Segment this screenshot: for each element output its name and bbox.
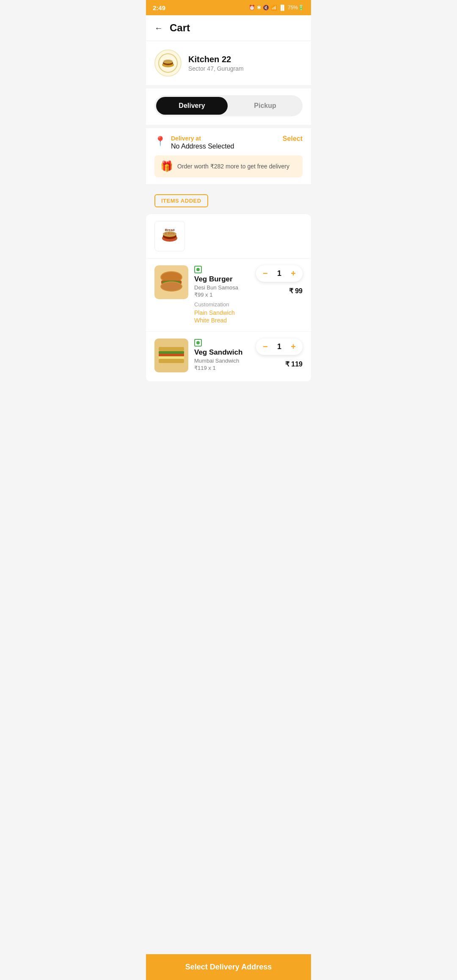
svg-rect-20	[159, 347, 184, 351]
item-price-qty: ₹99 x 1	[194, 292, 250, 298]
item-name: Veg Sandwich	[194, 348, 250, 357]
cart-card-logo: Bread & Buns	[146, 214, 311, 259]
item-details: Veg Burger Desi Bun Samosa ₹99 x 1 Custo…	[194, 265, 250, 325]
svg-text:& Buns: & Buns	[165, 232, 175, 235]
item-total-price: ₹ 99	[289, 287, 303, 295]
bluetooth-icon: ✱	[257, 5, 261, 11]
toggle-section: Delivery Pickup	[146, 88, 311, 128]
item-price-qty: ₹119 x 1	[194, 365, 250, 371]
cart-item: Veg Burger Desi Bun Samosa ₹99 x 1 Custo…	[146, 259, 311, 332]
restaurant-details: Kitchen 22 Sector 47, Gurugram	[188, 55, 244, 72]
veg-dot	[196, 268, 200, 271]
status-icons: ⏰ ✱ 🔇 📶 ▐▌ 75%🔋	[249, 5, 304, 11]
free-delivery-banner: 🎁 Order worth ₹282 more to get free deli…	[154, 155, 303, 177]
item-right: − 1 + ₹ 99	[256, 265, 303, 295]
veg-badge	[194, 266, 202, 273]
delivery-section: 📍 Delivery at No Address Selected Select…	[146, 128, 311, 187]
restaurant-logo	[154, 50, 182, 77]
item-total-price: ₹ 119	[285, 360, 303, 368]
item-variant: Mumbai Sandwich	[194, 358, 250, 364]
customization-plain-sandwich: Plain Sandwich	[194, 309, 250, 316]
brand-logo: Bread & Buns	[154, 221, 185, 251]
pickup-tab[interactable]: Pickup	[229, 97, 301, 115]
svg-point-18	[161, 282, 182, 291]
decrease-qty-button[interactable]: −	[263, 342, 268, 352]
battery-icon: 75%🔋	[288, 5, 304, 11]
increase-qty-button[interactable]: +	[291, 269, 296, 278]
customization-white-bread: White Bread	[194, 317, 250, 324]
location-icon: 📍	[154, 136, 166, 147]
status-time: 2:49	[153, 4, 165, 11]
svg-point-4	[163, 60, 173, 63]
items-added-label: ITEMS ADDED	[154, 194, 208, 207]
delivery-address: No Address Selected	[171, 143, 234, 150]
item-details: Veg Sandwich Mumbai Sandwich ₹119 x 1	[194, 339, 250, 374]
decrease-qty-button[interactable]: −	[263, 269, 268, 278]
svg-rect-22	[159, 354, 184, 356]
burger-image	[154, 265, 188, 299]
delivery-tab[interactable]: Delivery	[156, 97, 228, 115]
back-button[interactable]: ←	[154, 23, 163, 33]
customization-label: Customization	[194, 301, 250, 308]
bottom-cta: Select Delivery Address	[146, 954, 311, 980]
select-address-button[interactable]: Select	[283, 135, 303, 143]
header: ← Cart	[146, 15, 311, 41]
svg-rect-21	[159, 351, 184, 354]
item-right: − 1 + ₹ 119	[256, 339, 303, 368]
svg-text:Bread: Bread	[165, 228, 175, 232]
quantity-control: − 1 +	[256, 339, 303, 355]
quantity-value: 1	[277, 342, 281, 351]
delivery-address-row: 📍 Delivery at No Address Selected Select	[154, 135, 303, 150]
quantity-control: − 1 +	[256, 265, 303, 282]
gift-icon: 🎁	[160, 160, 173, 172]
status-bar: 2:49 ⏰ ✱ 🔇 📶 ▐▌ 75%🔋	[146, 0, 311, 15]
item-variant: Desi Bun Samosa	[194, 284, 250, 291]
mute-icon: 🔇	[263, 5, 269, 11]
toggle-container: Delivery Pickup	[154, 95, 303, 116]
veg-dot	[196, 341, 200, 344]
signal-icon: ▐▌	[279, 5, 286, 11]
restaurant-address: Sector 47, Gurugram	[188, 65, 244, 72]
select-delivery-address-button[interactable]: Select Delivery Address	[154, 963, 303, 972]
items-section: ITEMS ADDED Bread & Buns	[146, 187, 311, 438]
svg-rect-24	[159, 359, 184, 363]
delivery-left: 📍 Delivery at No Address Selected	[154, 135, 234, 150]
quantity-value: 1	[277, 269, 281, 278]
item-name: Veg Burger	[194, 275, 250, 284]
sandwich-image	[154, 339, 188, 372]
increase-qty-button[interactable]: +	[291, 342, 296, 352]
veg-badge	[194, 339, 202, 347]
restaurant-name: Kitchen 22	[188, 55, 244, 64]
svg-rect-23	[159, 356, 184, 359]
alarm-icon: ⏰	[249, 5, 255, 11]
restaurant-info: Kitchen 22 Sector 47, Gurugram	[146, 41, 311, 88]
delivery-label: Delivery at	[171, 135, 234, 142]
cart-item: Veg Sandwich Mumbai Sandwich ₹119 x 1 − …	[146, 332, 311, 382]
page-title: Cart	[170, 22, 190, 34]
cart-card: Bread & Buns	[146, 214, 311, 382]
free-delivery-text: Order worth ₹282 more to get free delive…	[177, 163, 289, 170]
wifi-icon: 📶	[271, 5, 277, 11]
delivery-info: Delivery at No Address Selected	[171, 135, 234, 150]
